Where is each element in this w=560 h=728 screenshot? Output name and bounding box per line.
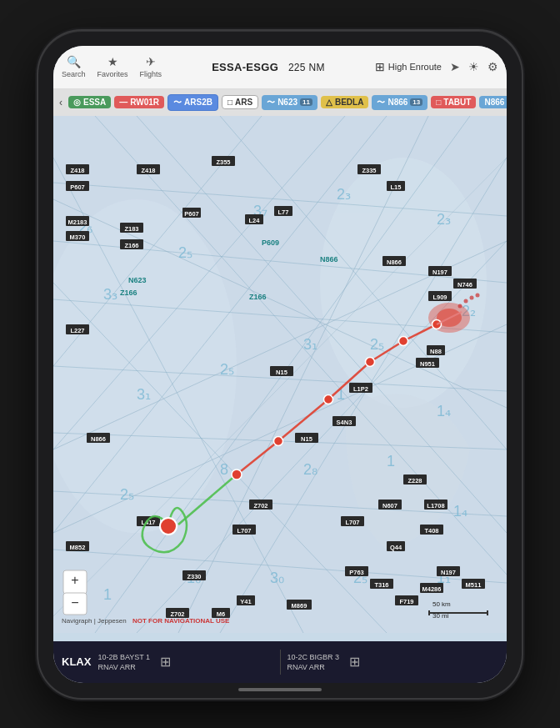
- svg-text:Z355: Z355: [216, 158, 230, 165]
- svg-text:30 mi: 30 mi: [432, 612, 449, 620]
- svg-text:P609: P609: [262, 238, 279, 247]
- svg-text:8: 8: [220, 461, 228, 478]
- svg-text:3₃: 3₃: [103, 286, 118, 303]
- ars2b-icon: 〜: [173, 97, 182, 108]
- n866b-label: N866: [484, 98, 504, 107]
- svg-text:Y41: Y41: [240, 597, 251, 605]
- svg-text:P763: P763: [349, 568, 364, 575]
- bottom-left-procedure: 10-2B BAYST 1 RNAV ARR: [98, 652, 150, 671]
- svg-text:1: 1: [387, 453, 395, 469]
- compass-icon[interactable]: ➤: [450, 60, 460, 73]
- svg-text:3₁: 3₁: [303, 336, 318, 353]
- device-frame: 🔍 Search ★ Favorites ✈ Flights ESSA-ESGG…: [38, 31, 522, 698]
- bottom-right-layers-button[interactable]: ⊞: [346, 650, 363, 673]
- search-icon: 🔍: [67, 55, 81, 68]
- flights-icon: ✈: [146, 55, 156, 68]
- svg-text:1: 1: [103, 586, 112, 603]
- svg-text:N15: N15: [301, 434, 312, 442]
- waypoint-chip-bedla[interactable]: △ BEDLA: [321, 96, 368, 108]
- tabut-label: TABUT: [443, 98, 471, 107]
- high-enroute-button[interactable]: ⊞ High Enroute: [375, 60, 442, 73]
- svg-text:3₁: 3₁: [137, 386, 151, 403]
- bottom-airport-label: KLAX: [62, 655, 91, 668]
- brightness-icon[interactable]: ☀: [468, 60, 479, 73]
- waypoint-chip-rw01r[interactable]: — RW01R: [114, 96, 164, 108]
- svg-text:Z166: Z166: [249, 293, 267, 301]
- rw01r-icon: —: [119, 98, 128, 107]
- rw01r-label: RW01R: [130, 98, 159, 107]
- svg-text:Z330: Z330: [187, 572, 201, 580]
- waypoint-prev-arrow[interactable]: ‹: [57, 97, 65, 108]
- svg-text:N951: N951: [420, 359, 435, 367]
- bottom-divider: [280, 650, 281, 675]
- favorites-icon: ★: [108, 55, 118, 68]
- svg-text:Z702: Z702: [253, 501, 268, 509]
- settings-icon[interactable]: ⚙: [488, 60, 498, 73]
- bedla-label: BEDLA: [335, 98, 363, 107]
- svg-text:Navigraph  |  Jeppesen: Navigraph | Jeppesen: [62, 617, 127, 625]
- top-bar-controls: ⊞ High Enroute ➤ ☀ ⚙: [375, 60, 498, 73]
- search-label: Search: [62, 70, 86, 78]
- svg-point-160: [160, 518, 177, 535]
- svg-text:Z228: Z228: [408, 476, 422, 484]
- svg-text:N197: N197: [432, 268, 448, 275]
- svg-text:50 km: 50 km: [432, 600, 451, 608]
- bottom-left-layers-button[interactable]: ⊞: [157, 650, 174, 673]
- svg-text:N15: N15: [276, 368, 288, 375]
- svg-text:+: +: [71, 573, 78, 587]
- svg-point-158: [399, 336, 408, 345]
- svg-text:2₃: 2₃: [437, 211, 451, 228]
- svg-text:T408: T408: [424, 526, 438, 534]
- bottom-right-item: 10-2C BIGBR 3 RNAV ARR ⊞: [288, 650, 499, 673]
- bottom-bar: KLAX 10-2B BAYST 1 RNAV ARR ⊞ 10-2C BIGB…: [53, 641, 507, 683]
- svg-text:N623: N623: [128, 276, 147, 284]
- svg-text:NOT FOR NAVIGATIONAL USE: NOT FOR NAVIGATIONAL USE: [132, 617, 230, 625]
- waypoint-chip-n866[interactable]: 〜 N866 13: [372, 95, 428, 110]
- bottom-left-item: KLAX 10-2B BAYST 1 RNAV ARR ⊞: [62, 650, 273, 673]
- svg-text:N746: N746: [458, 280, 472, 288]
- ars2b-label: ARS2B: [184, 98, 212, 107]
- svg-text:2₅: 2₅: [220, 361, 234, 378]
- waypoint-bar: ‹ ◎ ESSA — RW01R 〜 ARS2B □ ARS 〜 N623 11: [53, 89, 507, 116]
- svg-text:Z166: Z166: [124, 241, 138, 249]
- waypoint-chip-essa[interactable]: ◎ ESSA: [68, 96, 111, 108]
- bottom-right-procedure: 10-2C BIGBR 3 RNAV ARR: [288, 652, 340, 671]
- tabut-icon: □: [436, 98, 441, 107]
- svg-text:Z335: Z335: [362, 166, 376, 173]
- svg-point-157: [366, 357, 375, 366]
- search-nav-item[interactable]: 🔍 Search: [62, 55, 86, 78]
- svg-text:L15: L15: [391, 183, 402, 190]
- svg-text:N866: N866: [320, 255, 338, 264]
- svg-text:M869: M869: [292, 601, 308, 609]
- flights-nav-item[interactable]: ✈ Flights: [140, 55, 162, 78]
- svg-text:M852: M852: [70, 543, 86, 550]
- svg-point-156: [324, 394, 333, 404]
- map-area[interactable]: 2₆ 3₃ 2₅ 3₇ 2₃ 2₃ 2₂ 1₄ 1₄ 1₁ 2₅ 3₀ 1₆ 1…: [53, 116, 507, 641]
- favorites-nav-item[interactable]: ★ Favorites: [98, 55, 128, 78]
- svg-text:1₄: 1₄: [437, 403, 451, 419]
- svg-text:2₅: 2₅: [120, 486, 134, 503]
- svg-text:L1708: L1708: [427, 501, 444, 509]
- svg-text:2₅: 2₅: [178, 244, 192, 261]
- svg-text:N607: N607: [382, 501, 398, 509]
- svg-text:L909: L909: [432, 293, 447, 300]
- svg-text:P607: P607: [184, 209, 199, 217]
- svg-point-154: [232, 469, 242, 479]
- ars-icon: □: [228, 98, 232, 107]
- waypoint-chip-n623[interactable]: 〜 N623 11: [262, 95, 318, 110]
- svg-text:2₈: 2₈: [303, 461, 318, 478]
- svg-point-163: [464, 299, 468, 303]
- waypoint-chip-ars2b[interactable]: 〜 ARS2B: [168, 94, 218, 111]
- layers-icon: ⊞: [375, 60, 385, 73]
- waypoint-chip-ars[interactable]: □ ARS: [222, 95, 258, 109]
- svg-text:L227: L227: [70, 326, 84, 334]
- svg-text:Z166: Z166: [120, 289, 138, 297]
- home-indicator[interactable]: [238, 688, 322, 691]
- waypoint-chip-n866b[interactable]: N866: [479, 96, 507, 108]
- flights-label: Flights: [140, 70, 162, 78]
- svg-rect-168: [487, 610, 488, 615]
- svg-text:L1P2: L1P2: [353, 384, 368, 392]
- svg-point-162: [458, 304, 462, 308]
- svg-text:S4N3: S4N3: [337, 418, 352, 425]
- waypoint-chip-tabut[interactable]: □ TABUT: [431, 96, 476, 108]
